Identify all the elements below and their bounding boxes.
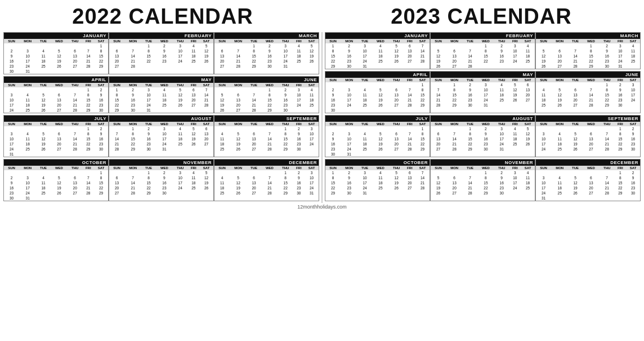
day-cell: 25: [372, 59, 389, 64]
day-cell: 4: [173, 126, 187, 131]
day-cell: 22: [278, 185, 293, 191]
day-cell: 28: [124, 64, 141, 69]
day-cell: 13: [109, 54, 124, 59]
day-cell: [173, 108, 187, 113]
day-cell: 6: [109, 48, 124, 54]
day-header: SUN: [325, 78, 341, 82]
day-header: SUN: [214, 166, 230, 170]
day-cell: 25: [521, 185, 535, 191]
day-cell: 23: [293, 141, 305, 147]
day-cell: 4: [305, 87, 319, 92]
day-header: SUN: [431, 166, 446, 170]
day-cell: 18: [357, 141, 372, 147]
day-cell: 17: [19, 185, 36, 191]
day-cell: 28: [82, 191, 94, 196]
day-cell: [325, 82, 341, 87]
day-header: WED: [51, 122, 68, 126]
day-header: WED: [372, 166, 389, 170]
day-cell: 5: [36, 131, 51, 136]
day-cell: 7: [404, 131, 415, 136]
day-cell: 14: [124, 180, 141, 185]
day-cell: 4: [494, 82, 509, 87]
quarter-row: OCTOBERSUNMONTUEWEDTHUFRISAT123456789101…: [3, 159, 319, 201]
day-header: THU: [389, 166, 404, 170]
day-cell: [536, 170, 551, 175]
cal-table: SUNMONTUEWEDTHUFRISAT1234567891011121314…: [536, 78, 640, 108]
day-cell: 30: [494, 191, 509, 196]
month-header: DECEMBER: [536, 160, 640, 166]
day-cell: 23: [293, 185, 305, 191]
day-cell: 8: [124, 131, 141, 136]
day-cell: 8: [415, 87, 430, 92]
day-cell: 13: [247, 180, 261, 185]
day-header: SUN: [4, 166, 19, 170]
day-cell: 16: [477, 136, 494, 141]
day-cell: [431, 43, 446, 48]
day-cell: 29: [109, 108, 124, 113]
day-header: TUE: [568, 78, 583, 82]
day-cell: 5: [509, 82, 521, 87]
day-cell: 19: [431, 59, 446, 64]
day-cell: 20: [446, 59, 463, 64]
day-cell: 28: [446, 147, 463, 152]
day-cell: 23: [626, 141, 640, 147]
day-header: MON: [446, 78, 463, 82]
year-2022: JANUARYSUNMONTUEWEDTHUFRISAT123456789101…: [3, 32, 319, 203]
day-cell: 28: [600, 147, 614, 152]
day-cell: [19, 152, 36, 157]
day-header: TUE: [247, 166, 261, 170]
day-cell: 2: [626, 170, 640, 175]
day-cell: [173, 64, 187, 69]
day-cell: [187, 108, 199, 113]
day-cell: 28: [82, 64, 94, 69]
day-cell: 4: [214, 131, 230, 136]
day-cell: 21: [82, 59, 94, 64]
day-cell: 24: [357, 185, 372, 191]
day-cell: [404, 126, 415, 131]
day-cell: 26: [187, 141, 199, 147]
day-cell: [51, 43, 68, 48]
day-cell: 7: [199, 87, 213, 92]
day-cell: 10: [494, 131, 509, 136]
day-cell: 29: [247, 64, 261, 69]
day-cell: 19: [173, 98, 187, 103]
day-header: TUE: [141, 83, 156, 87]
day-cell: [230, 87, 247, 92]
day-cell: 10: [278, 48, 293, 54]
day-cell: 16: [4, 59, 19, 64]
day-cell: [36, 196, 51, 201]
day-cell: 1: [614, 126, 626, 131]
day-cell: 17: [4, 103, 19, 108]
day-cell: 16: [156, 180, 173, 185]
day-cell: 4: [36, 48, 51, 54]
day-cell: 7: [124, 175, 141, 180]
day-cell: 6: [51, 92, 68, 98]
day-header: FRI: [293, 166, 305, 170]
day-header: WED: [477, 78, 494, 82]
day-cell: 18: [173, 136, 187, 141]
day-cell: 8: [600, 87, 614, 92]
day-cell: 7: [431, 87, 446, 92]
day-cell: 1: [82, 87, 94, 92]
day-cell: 5: [199, 43, 213, 48]
day-cell: 27: [109, 191, 124, 196]
day-cell: 11: [372, 175, 389, 180]
day-cell: [372, 108, 389, 113]
day-cell: 8: [583, 48, 600, 54]
day-cell: [404, 152, 415, 157]
day-cell: 2: [600, 43, 614, 48]
cal-table: SUNMONTUEWEDTHUFRISAT1234567891011121314…: [325, 78, 430, 113]
day-cell: 24: [357, 59, 372, 64]
day-header: SAT: [94, 122, 108, 126]
day-header: MON: [19, 122, 36, 126]
day-cell: 21: [68, 141, 82, 147]
day-cell: 26: [305, 59, 319, 64]
day-cell: [199, 191, 213, 196]
day-cell: 16: [4, 185, 19, 191]
day-cell: 4: [509, 126, 521, 131]
day-header: TUE: [357, 166, 372, 170]
day-cell: [141, 64, 156, 69]
day-cell: 7: [583, 87, 600, 92]
day-cell: [341, 108, 357, 113]
day-cell: 5: [230, 131, 247, 136]
